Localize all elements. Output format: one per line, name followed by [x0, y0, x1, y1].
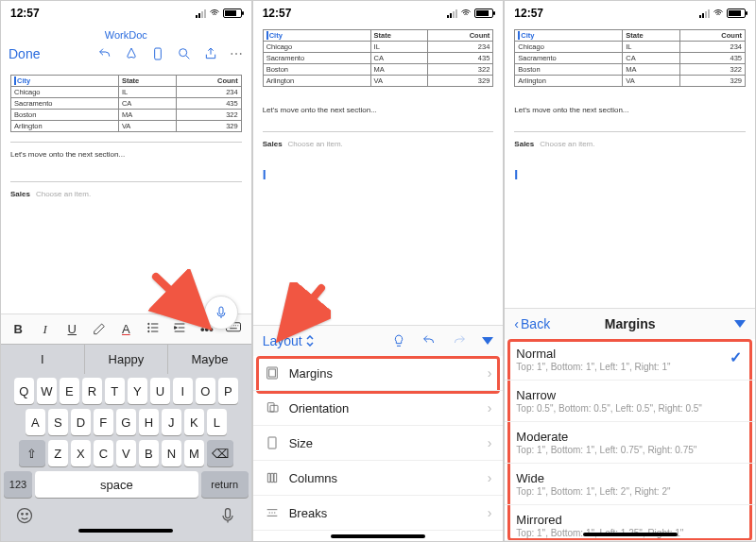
key-b[interactable]: B — [139, 440, 159, 466]
more-icon[interactable]: ⋯ — [230, 46, 244, 61]
key-g[interactable]: G — [116, 409, 136, 435]
document-area[interactable]: CityStateCount ChicagoIL234 SacramentoCA… — [1, 69, 251, 313]
key-f[interactable]: F — [94, 409, 113, 435]
collapse-ribbon-icon[interactable] — [734, 320, 746, 328]
key-c[interactable]: C — [94, 440, 113, 466]
body-text[interactable]: Let's move onto the next section... — [263, 106, 494, 114]
done-button[interactable]: Done — [9, 46, 40, 61]
dictate-button[interactable] — [204, 296, 238, 330]
return-key[interactable]: return — [201, 471, 249, 498]
document-area[interactable]: CityStateCount ChicagoIL234 SacramentoCA… — [253, 24, 504, 325]
key-v[interactable]: V — [116, 440, 136, 466]
suggestion[interactable]: Maybe — [168, 345, 251, 374]
key-x[interactable]: X — [71, 440, 91, 466]
body-text[interactable]: Let's move onto the next section... — [514, 106, 746, 114]
lightbulb-icon[interactable] — [391, 333, 406, 348]
share-icon[interactable] — [203, 46, 218, 61]
font-color-button[interactable]: A — [117, 322, 134, 336]
emoji-key[interactable] — [15, 506, 34, 525]
content-control[interactable]: SalesChoose an item. — [514, 140, 746, 148]
shift-key[interactable]: ⇧ — [19, 440, 45, 466]
suggestion[interactable]: Happy — [85, 345, 169, 374]
phone-editor: 12:57 WorkDoc Done ⋯ CityStateCount Chic… — [0, 0, 252, 542]
bold-button[interactable]: B — [9, 322, 26, 336]
key-y[interactable]: Y — [128, 378, 147, 404]
italic-button[interactable]: I — [37, 322, 54, 337]
key-e[interactable]: E — [60, 378, 79, 404]
highlight-button[interactable] — [91, 320, 108, 338]
key-m[interactable]: M — [184, 440, 204, 466]
key-o[interactable]: O — [196, 378, 215, 404]
content-control[interactable]: SalesChoose an item. — [10, 190, 242, 198]
menu-item-size[interactable]: Size› — [253, 426, 504, 461]
key-z[interactable]: Z — [48, 440, 68, 466]
check-icon: ✓ — [730, 348, 742, 366]
search-icon[interactable] — [177, 46, 192, 61]
key-u[interactable]: U — [150, 378, 170, 404]
mobile-view-icon[interactable] — [150, 46, 165, 61]
text-cursor: I — [514, 167, 746, 182]
data-table[interactable]: CityStateCount ChicagoIL234 SacramentoCA… — [10, 75, 242, 132]
data-table[interactable]: CityStateCount ChicagoIL234 SacramentoCA… — [514, 29, 746, 87]
svg-point-1 — [179, 49, 186, 57]
draw-icon[interactable] — [124, 46, 139, 61]
space-key[interactable]: space — [35, 471, 198, 498]
key-k[interactable]: K — [184, 409, 204, 435]
svg-point-7 — [18, 509, 32, 523]
menu-item-columns[interactable]: Columns› — [253, 461, 504, 496]
suggestion[interactable]: I — [1, 345, 85, 374]
menu-item-breaks[interactable]: Breaks› — [253, 496, 504, 531]
menu-label: Size — [289, 436, 313, 450]
document-area[interactable]: CityStateCount ChicagoIL234 SacramentoCA… — [505, 24, 755, 308]
svg-point-9 — [26, 514, 28, 516]
key-w[interactable]: W — [37, 378, 57, 404]
svg-rect-0 — [154, 48, 161, 59]
data-table[interactable]: CityStateCount ChicagoIL234 SacramentoCA… — [263, 29, 494, 87]
key-j[interactable]: J — [162, 409, 181, 435]
content-control[interactable]: SalesChoose an item. — [263, 140, 494, 148]
body-text[interactable]: Let's move onto the next section... — [10, 150, 242, 159]
numeric-key[interactable]: 123 — [4, 471, 32, 498]
dictate-key[interactable] — [218, 506, 237, 525]
backspace-key[interactable]: ⌫ — [207, 440, 233, 466]
key-p[interactable]: P — [218, 378, 238, 404]
key-l[interactable]: L — [207, 409, 227, 435]
svg-rect-12 — [268, 369, 275, 377]
status-icons — [196, 8, 242, 19]
wifi-icon — [713, 8, 724, 19]
ribbon-tab-selector[interactable]: Layout — [263, 333, 315, 348]
key-h[interactable]: H — [139, 409, 159, 435]
redo-icon[interactable] — [452, 333, 467, 348]
key-i[interactable]: I — [173, 378, 193, 404]
underline-button[interactable]: U — [63, 322, 80, 336]
key-n[interactable]: N — [162, 440, 181, 466]
chevron-updown-icon — [305, 335, 315, 347]
svg-rect-2 — [219, 307, 223, 314]
margin-option-narrow[interactable]: Narrow Top: 0.5", Bottom: 0.5", Left: 0.… — [505, 381, 755, 422]
margin-option-moderate[interactable]: Moderate Top: 1", Bottom: 1", Left: 0.75… — [505, 422, 755, 464]
key-r[interactable]: R — [82, 378, 102, 404]
keyboard-suggestions: I Happy Maybe — [1, 344, 251, 374]
key-d[interactable]: D — [71, 409, 91, 435]
indent-button[interactable] — [171, 320, 188, 338]
key-q[interactable]: Q — [14, 378, 34, 404]
back-button[interactable]: ‹ Back — [514, 316, 550, 331]
key-t[interactable]: T — [105, 378, 125, 404]
status-bar: 12:57 — [1, 1, 251, 24]
key-s[interactable]: S — [48, 409, 68, 435]
key-a[interactable]: A — [26, 409, 45, 435]
menu-item-margins[interactable]: Margins› — [253, 356, 504, 391]
document-title: WorkDoc — [105, 29, 147, 41]
collapse-ribbon-icon[interactable] — [482, 337, 493, 345]
svg-rect-13 — [267, 403, 274, 412]
svg-rect-10 — [225, 509, 230, 518]
margin-option-normal[interactable]: Normal Top: 1", Bottom: 1", Left: 1", Ri… — [505, 339, 755, 381]
editor-toolbar: Done ⋯ — [1, 42, 251, 69]
margin-option-wide[interactable]: Wide Top: 1", Bottom: 1", Left: 2", Righ… — [505, 464, 755, 505]
undo-icon[interactable] — [421, 333, 437, 348]
bullets-button[interactable] — [145, 320, 162, 338]
menu-label: Orientation — [289, 401, 350, 415]
undo-icon[interactable] — [97, 46, 112, 61]
menu-item-orientation[interactable]: Orientation› — [253, 391, 504, 426]
margins-icon — [265, 365, 280, 381]
